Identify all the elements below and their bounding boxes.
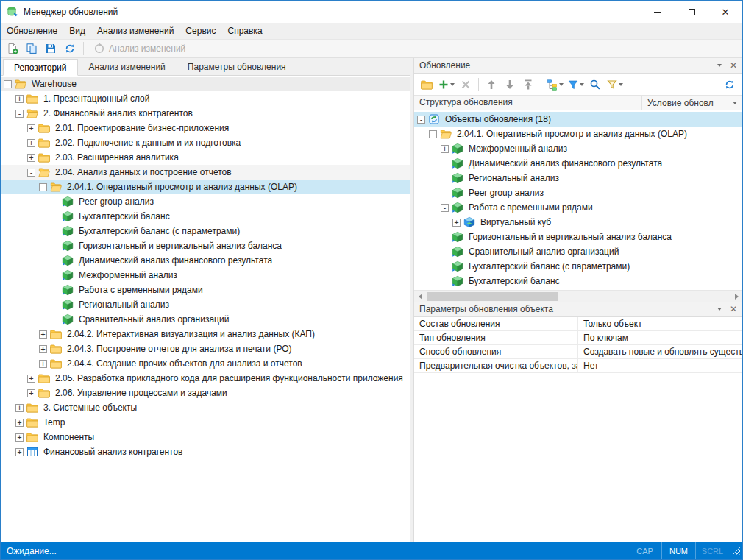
tree-row[interactable]: Peer group анализ [1,194,410,209]
tree-row[interactable]: Межформенный анализ [1,268,410,283]
expander-icon[interactable]: - [4,80,12,88]
tree-row[interactable]: + 1. Презентационный слой [1,91,410,106]
panel-menu-caret-icon[interactable] [717,308,722,311]
tree-row[interactable]: Сравнительный анализ организаций [414,244,742,259]
expander-icon[interactable]: - [39,183,47,191]
maximize-button[interactable] [675,1,708,23]
property-row[interactable]: Способ обновления Создавать новые и обно… [414,345,742,359]
menu-item[interactable]: Вид [63,23,91,39]
menu-item[interactable]: Анализ изменений [91,23,179,39]
copy-button[interactable] [23,40,40,57]
column-dropdown-caret-icon[interactable] [733,102,737,104]
tree-row[interactable]: + 2.04.4. Создание прочих объектов для а… [1,356,410,371]
expander-icon[interactable]: + [27,139,35,147]
property-row[interactable]: Тип обновления По ключам [414,331,742,345]
expander-icon[interactable]: + [15,448,24,456]
sync-button[interactable] [721,77,739,93]
condition-filter-button[interactable] [605,77,625,93]
tree-row[interactable]: + Компоненты [1,430,410,444]
expander-icon[interactable]: + [27,124,35,132]
tree-row[interactable]: - Работа с временными рядами [414,200,742,215]
remove-object-button[interactable] [457,77,474,93]
panel-menu-caret-icon[interactable] [717,64,722,67]
tree-row[interactable]: + Виртуальный куб [414,215,742,230]
tree-row[interactable]: Бухгалтерский баланс (с параметрами) [1,224,410,238]
tree-row[interactable]: + 2.02. Подключение к данным и их подгот… [1,135,410,150]
tree-row[interactable]: Peer group анализ [414,185,742,200]
expander-icon[interactable]: + [39,330,47,339]
menu-item[interactable]: Справка [221,23,268,39]
property-value[interactable]: Только объект [578,317,742,330]
tree-row[interactable]: Бухгалтерский баланс [414,274,742,288]
tree-row[interactable]: + 2.05. Разработка прикладного кода для … [1,371,410,386]
resize-grip[interactable] [729,545,742,557]
panel-close-icon[interactable]: ✕ [730,61,737,70]
menu-item[interactable]: Сервис [179,23,221,39]
expander-icon[interactable]: + [39,345,47,353]
tree-row[interactable]: Горизонтальный и вертикальный анализ бал… [414,230,742,244]
move-up-button[interactable] [483,77,500,93]
minimize-button[interactable] [641,1,675,23]
expander-icon[interactable]: + [27,375,35,383]
column-header-structure[interactable]: Структура обновления [414,96,642,110]
property-value[interactable]: Нет [578,359,742,372]
menu-item[interactable]: Обновление [1,23,63,39]
tree-row[interactable]: - Warehouse [1,77,410,91]
filter-button[interactable] [566,77,586,93]
expander-icon[interactable]: + [15,433,24,442]
tree-row[interactable]: - Объекты обновления (18) [414,112,742,127]
tree-row[interactable]: Горизонтальный и вертикальный анализ бал… [1,238,410,253]
expander-icon[interactable]: - [429,130,437,138]
search-button[interactable] [586,77,604,93]
tab[interactable]: Анализ изменений [78,58,177,75]
refresh-button[interactable] [61,40,79,57]
property-value[interactable]: По ключам [578,331,742,344]
expander-icon[interactable]: + [441,145,449,153]
expander-icon[interactable]: + [39,360,47,368]
expander-icon[interactable]: - [27,169,35,177]
tree-row[interactable]: Региональный анализ [414,171,742,185]
new-update-button[interactable] [4,40,21,57]
tree-row[interactable]: Динамический анализ финансового результа… [414,156,742,171]
tree-row[interactable]: + Межформенный анализ [414,141,742,156]
tree-row[interactable]: - 2.04.1. Оперативный просмотр и анализ … [1,180,410,194]
panel-close-icon[interactable]: ✕ [730,305,737,313]
expander-icon[interactable]: - [417,116,425,124]
tree-row[interactable]: Бухгалтерский баланс [1,209,410,224]
tree-row[interactable]: Динамический анализ финансового результа… [1,253,410,268]
tree-row[interactable]: Региональный анализ [1,297,410,312]
property-row[interactable]: Предварительная очистка объектов, за... … [414,359,742,373]
add-object-button[interactable] [436,77,456,93]
scroll-right-button[interactable] [730,291,742,302]
analyze-changes-button[interactable]: Анализ изменений [88,40,191,57]
expander-icon[interactable]: - [441,204,449,212]
expander-icon[interactable]: + [27,154,35,162]
tree-row[interactable]: Бухгалтерский баланс (с параметрами) [414,259,742,274]
expander-icon[interactable]: + [15,404,24,412]
tree-row[interactable]: + Temp [1,415,410,430]
tree-view-button[interactable] [545,77,565,93]
expander-icon[interactable]: + [27,389,35,397]
tree-row[interactable]: + 2.03. Расширенная аналитика [1,150,410,165]
tree-row[interactable]: + Финансовый анализ контрагентов [1,444,410,459]
tree-row[interactable]: + 3. Системные объекты [1,400,410,415]
move-top-button[interactable] [519,77,537,93]
tree-row[interactable]: - 2.04. Анализ данных и построение отчет… [1,165,410,180]
close-button[interactable]: ✕ [708,1,742,23]
scrollbar-thumb[interactable] [427,292,558,301]
tree-row[interactable]: Сравнительный анализ организаций [1,312,410,327]
expander-icon[interactable]: + [452,219,461,227]
add-folder-button[interactable] [418,77,436,93]
tree-row[interactable]: + 2.04.2. Интерактивная визуализация и а… [1,327,410,341]
horizontal-scrollbar[interactable] [414,290,742,302]
scroll-left-button[interactable] [414,291,426,302]
expander-icon[interactable]: - [15,110,24,118]
expander-icon[interactable]: + [15,419,24,427]
move-down-button[interactable] [501,77,519,93]
tab[interactable]: Параметры обновления [177,58,297,75]
column-header-condition[interactable]: Условие обновл [642,96,742,110]
tab[interactable]: Репозиторий [3,59,78,76]
tree-row[interactable]: Работа с временными рядами [1,283,410,297]
tree-row[interactable]: - 2.04.1. Оперативный просмотр и анализ … [414,127,742,141]
tree-row[interactable]: + 2.04.3. Построение отчетов для анализа… [1,341,410,356]
